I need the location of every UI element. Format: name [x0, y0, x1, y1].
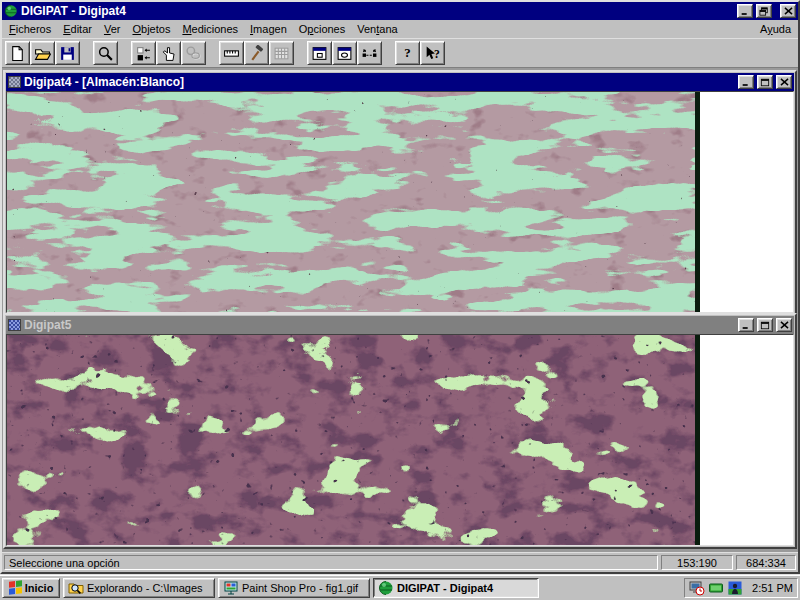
levels-adjust-icon	[135, 45, 152, 62]
status-position-field: 153:190	[661, 555, 733, 570]
restore-icon	[759, 7, 769, 16]
image-right-edge	[695, 335, 700, 545]
digipat-main-window: DIGIPAT - Digipat4 Ficheros Editar Ver O…	[0, 0, 800, 574]
tray-scheduler-icon[interactable]	[689, 580, 705, 596]
grid-table-icon	[273, 45, 290, 62]
menu-ayuda[interactable]: Ayuda	[754, 21, 797, 37]
windows-logo-icon	[9, 580, 22, 594]
close-button[interactable]	[780, 4, 796, 18]
child1-minimize-button[interactable]	[738, 75, 754, 89]
document-icon	[8, 319, 21, 331]
help-button[interactable]: ?	[395, 41, 420, 65]
menu-mediciones[interactable]: Mediciones	[176, 21, 244, 37]
menu-opciones[interactable]: Opciones	[293, 21, 351, 37]
task-label: Explorando - C:\Images	[87, 582, 203, 594]
maximize-icon	[760, 78, 770, 87]
status-bar: Seleccione una opción 153:190 684:334	[2, 552, 798, 572]
tools-button[interactable]	[244, 41, 269, 65]
main-title-bar[interactable]: DIGIPAT - Digipat4	[2, 2, 798, 20]
histology-image-liver	[7, 92, 695, 312]
area-select-icon	[185, 45, 202, 62]
menu-editar[interactable]: Editar	[57, 21, 98, 37]
child-window-digipat5: Digipat5	[3, 313, 797, 549]
measure-segment-button[interactable]	[357, 41, 382, 65]
tray-display-icon[interactable]	[708, 580, 724, 596]
start-label: Inicio	[25, 582, 54, 594]
grid-table-button[interactable]	[269, 41, 294, 65]
minimize-button[interactable]	[737, 4, 753, 18]
minimize-icon	[740, 7, 750, 16]
close-icon	[784, 7, 793, 15]
minimize-icon	[741, 321, 751, 330]
window-rectangle-button[interactable]	[307, 41, 332, 65]
mdi-area: Digipat4 - [Almacén:Blanco]	[2, 68, 798, 552]
save-floppy-icon	[59, 45, 76, 62]
menu-ficheros[interactable]: Ficheros	[3, 21, 57, 37]
magnifier-icon	[97, 45, 114, 62]
area-select-button[interactable]	[181, 41, 206, 65]
child2-title: Digipat5	[24, 318, 735, 332]
task-label: DIGIPAT - Digipat4	[397, 582, 493, 594]
hand-pointer-icon	[160, 45, 177, 62]
paint-shop-pro-icon	[223, 580, 239, 596]
menu-objetos[interactable]: Objetos	[126, 21, 176, 37]
save-button[interactable]	[55, 41, 80, 65]
toolbar: ? ?	[2, 38, 798, 68]
main-window-title: DIGIPAT - Digipat4	[21, 4, 734, 18]
start-button[interactable]: Inicio	[2, 578, 60, 598]
child2-close-button[interactable]	[776, 318, 792, 332]
window-ellipse-icon	[336, 45, 353, 62]
digipat-globe-icon	[378, 580, 394, 596]
svg-text:?: ?	[434, 47, 440, 60]
new-document-button[interactable]	[5, 41, 30, 65]
window-rectangle-icon	[311, 45, 328, 62]
explorer-icon	[68, 580, 84, 596]
zoom-button[interactable]	[93, 41, 118, 65]
close-icon	[780, 78, 789, 86]
window-ellipse-button[interactable]	[332, 41, 357, 65]
hammer-icon	[248, 45, 265, 62]
open-folder-icon	[34, 45, 51, 62]
levels-adjust-button[interactable]	[131, 41, 156, 65]
ruler-icon	[223, 45, 240, 62]
histology-image-gland	[7, 335, 695, 545]
menu-imagen[interactable]: Imagen	[244, 21, 293, 37]
task-explorer[interactable]: Explorando - C:\Images	[63, 578, 215, 598]
menu-bar: Ficheros Editar Ver Objetos Mediciones I…	[2, 20, 798, 38]
menu-ventana[interactable]: Ventana	[351, 21, 403, 37]
child2-image-canvas[interactable]	[6, 334, 794, 546]
ruler-button[interactable]	[219, 41, 244, 65]
measure-segment-icon	[361, 45, 378, 62]
image-right-edge	[695, 92, 700, 312]
maximize-icon	[760, 321, 770, 330]
child2-maximize-button[interactable]	[757, 318, 773, 332]
task-paint-shop-pro[interactable]: Paint Shop Pro - fig1.gif	[218, 578, 370, 598]
child1-maximize-button[interactable]	[757, 75, 773, 89]
tray-user-icon[interactable]	[727, 580, 743, 596]
child-window-digipat4: Digipat4 - [Almacén:Blanco]	[3, 70, 797, 316]
child1-title-bar[interactable]: Digipat4 - [Almacén:Blanco]	[6, 73, 794, 91]
child1-title: Digipat4 - [Almacén:Blanco]	[24, 75, 735, 89]
system-tray: 2:51 PM	[684, 578, 798, 598]
new-document-icon	[9, 45, 26, 62]
taskbar: Inicio Explorando - C:\Images Paint Shop…	[0, 574, 800, 600]
task-digipat[interactable]: DIGIPAT - Digipat4	[373, 578, 539, 598]
open-folder-button[interactable]	[30, 41, 55, 65]
close-icon	[780, 321, 789, 329]
desktop: { "app": { "title": "DIGIPAT - Digipat4"…	[0, 0, 800, 600]
menu-ver[interactable]: Ver	[98, 21, 127, 37]
taskbar-clock[interactable]: 2:51 PM	[752, 582, 793, 594]
status-size-field: 684:334	[736, 555, 796, 570]
child2-title-bar[interactable]: Digipat5	[6, 316, 794, 334]
restore-button[interactable]	[756, 4, 772, 18]
context-help-button[interactable]: ?	[420, 41, 445, 65]
app-globe-icon	[4, 4, 18, 18]
minimize-icon	[741, 78, 751, 87]
context-help-icon: ?	[424, 45, 441, 62]
help-icon: ?	[404, 45, 411, 61]
child2-minimize-button[interactable]	[738, 318, 754, 332]
child1-image-canvas[interactable]	[6, 91, 794, 313]
child1-close-button[interactable]	[776, 75, 792, 89]
document-icon	[8, 76, 21, 88]
hand-pointer-button[interactable]	[156, 41, 181, 65]
